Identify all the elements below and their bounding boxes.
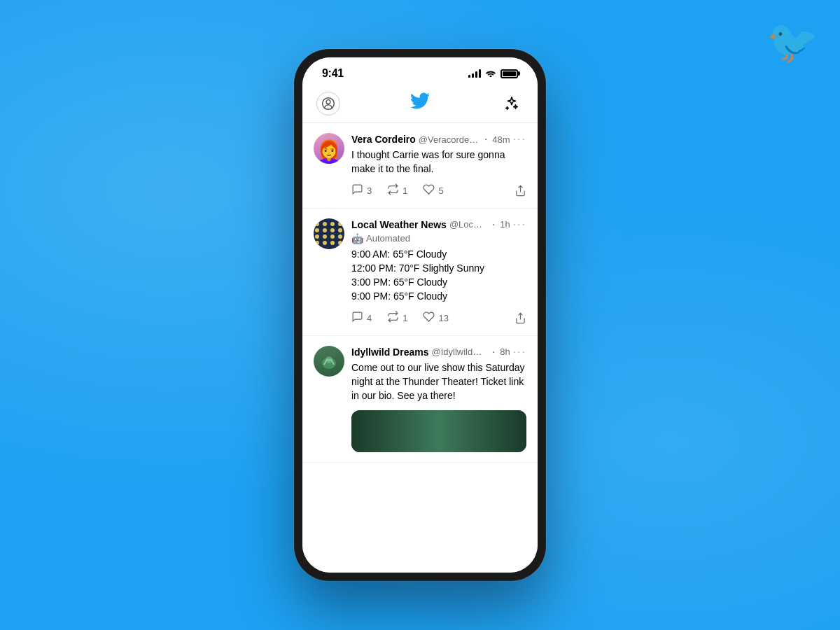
tweet-header-1: Vera Cordeiro @Veracordeiro20 · 48m ···	[351, 133, 526, 146]
tweet-header-3: Idyllwild Dreams @IdyllwildDre... · 8h ·…	[351, 346, 526, 358]
nav-bar	[302, 85, 538, 123]
tweet-header-2: Local Weather News @LocalWe · 1h ···	[351, 218, 526, 231]
avatar-idyll	[314, 346, 344, 377]
weather-line-3: 3:00 PM: 65°F Cloudy	[351, 276, 447, 288]
battery-icon	[500, 69, 518, 78]
reply-count: 3	[367, 186, 372, 196]
avatar-weather	[314, 218, 344, 249]
tweet-author-handle-2: @LocalWe	[449, 219, 487, 230]
tweet-more-button[interactable]: ···	[513, 133, 526, 146]
twitter-logo	[410, 91, 430, 115]
avatar-vera	[314, 133, 344, 164]
retweet-count-2: 1	[402, 313, 407, 323]
like-action[interactable]: 5	[423, 183, 443, 198]
tweet-text-1: I thought Carrie was for sure gonna make…	[351, 148, 526, 176]
share-action[interactable]	[514, 185, 526, 197]
retweet-action[interactable]: 1	[387, 183, 407, 198]
tweet-actions-2: 4 1	[351, 311, 526, 326]
share-action-2[interactable]	[514, 312, 526, 324]
twitter-watermark: 🐦	[766, 21, 819, 63]
separator-3: ·	[492, 346, 495, 358]
tweet-text-2: 9:00 AM: 65°F Cloudy 12:00 PM: 70°F Slig…	[351, 247, 526, 304]
like-count-2: 13	[438, 313, 448, 323]
reply-icon	[351, 183, 363, 198]
tweet-author-handle-3: @IdyllwildDre...	[431, 346, 486, 357]
reply-action[interactable]: 3	[351, 183, 372, 198]
tweet-body-1: Vera Cordeiro @Veracordeiro20 · 48m ··· …	[351, 133, 526, 198]
tweet-actions-1: 3 1	[351, 183, 526, 198]
svg-point-5	[326, 356, 332, 363]
tweet-author-handle: @Veracordeiro20	[419, 134, 479, 145]
signal-icon	[468, 69, 481, 78]
tweet-image-preview	[351, 410, 526, 452]
reply-count-2: 4	[367, 313, 372, 323]
wifi-icon	[485, 69, 496, 79]
retweet-count: 1	[402, 186, 407, 196]
robot-icon: 🤖	[351, 233, 363, 244]
tweet-item-idyll: Idyllwild Dreams @IdyllwildDre... · 8h ·…	[302, 336, 538, 463]
status-bar: 9:41	[302, 57, 538, 85]
reply-icon-2	[351, 311, 363, 326]
tweet-author-name-3: Idyllwild Dreams	[351, 346, 428, 358]
retweet-icon-2	[387, 311, 399, 326]
weather-line-1: 9:00 AM: 65°F Cloudy	[351, 248, 447, 260]
like-action-2[interactable]: 13	[423, 311, 448, 326]
separator-2: ·	[492, 218, 495, 231]
separator: ·	[484, 133, 487, 146]
retweet-action-2[interactable]: 1	[387, 311, 407, 326]
phone-device: 9:41	[294, 49, 546, 581]
tweet-more-button-2[interactable]: ···	[513, 218, 526, 231]
svg-point-1	[326, 99, 330, 104]
automated-label: 🤖 Automated	[351, 233, 526, 244]
tweet-time: 48m	[492, 134, 510, 145]
sparkle-button[interactable]	[500, 92, 524, 115]
status-time: 9:41	[322, 67, 344, 80]
tweet-text-3: Come out to our live show this Saturday …	[351, 360, 526, 403]
tweet-body-3: Idyllwild Dreams @IdyllwildDre... · 8h ·…	[351, 346, 526, 452]
like-icon-2	[423, 311, 435, 326]
weather-line-4: 9:00 PM: 65°F Cloudy	[351, 290, 447, 302]
reply-action-2[interactable]: 4	[351, 311, 372, 326]
profile-button[interactable]	[316, 92, 340, 115]
tweet-time-2: 1h	[500, 219, 510, 230]
weather-line-2: 12:00 PM: 70°F Slightly Sunny	[351, 262, 484, 274]
tweet-time-3: 8h	[500, 346, 510, 357]
like-count: 5	[438, 186, 443, 196]
tweet-item-weather: Local Weather News @LocalWe · 1h ··· 🤖 A…	[302, 209, 538, 336]
like-icon	[423, 183, 435, 198]
weather-avatar-pattern	[314, 218, 344, 249]
retweet-icon	[387, 183, 399, 198]
tweet-more-button-3[interactable]: ···	[513, 346, 526, 358]
tweet-feed: Vera Cordeiro @Veracordeiro20 · 48m ··· …	[302, 123, 538, 573]
tweet-author-name-2: Local Weather News	[351, 219, 447, 230]
tweet-author-name: Vera Cordeiro	[351, 134, 416, 145]
status-icons	[468, 69, 518, 79]
tweet-item: Vera Cordeiro @Veracordeiro20 · 48m ··· …	[302, 123, 538, 209]
phone-screen: 9:41	[302, 57, 538, 573]
tweet-body-2: Local Weather News @LocalWe · 1h ··· 🤖 A…	[351, 218, 526, 326]
automated-text: Automated	[366, 233, 410, 244]
